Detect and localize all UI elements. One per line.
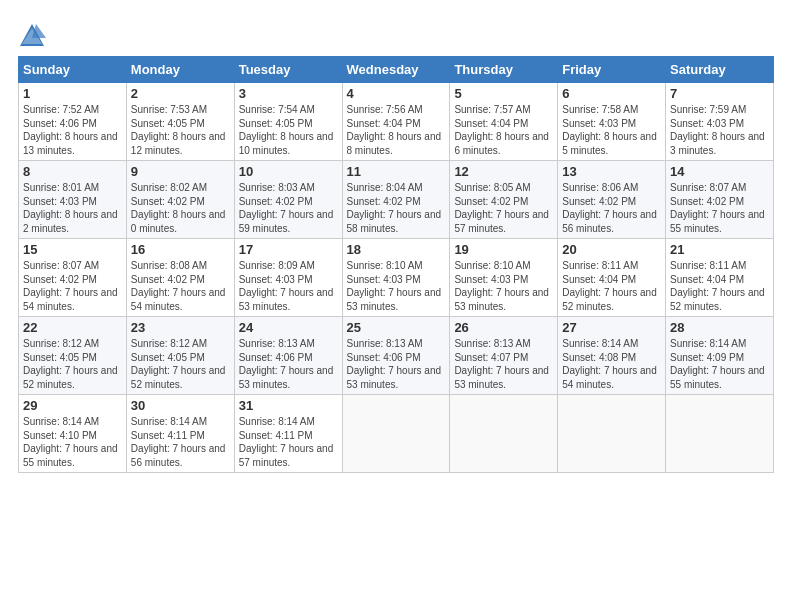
calendar-cell: 5 Sunrise: 7:57 AM Sunset: 4:04 PM Dayli… — [450, 83, 558, 161]
day-number: 9 — [131, 164, 230, 179]
calendar-week-3: 15 Sunrise: 8:07 AM Sunset: 4:02 PM Dayl… — [19, 239, 774, 317]
calendar-cell: 7 Sunrise: 7:59 AM Sunset: 4:03 PM Dayli… — [666, 83, 774, 161]
day-info: Sunrise: 8:13 AM Sunset: 4:06 PM Dayligh… — [239, 337, 338, 391]
calendar-week-2: 8 Sunrise: 8:01 AM Sunset: 4:03 PM Dayli… — [19, 161, 774, 239]
header — [18, 18, 774, 50]
day-info: Sunrise: 8:05 AM Sunset: 4:02 PM Dayligh… — [454, 181, 553, 235]
day-info: Sunrise: 8:01 AM Sunset: 4:03 PM Dayligh… — [23, 181, 122, 235]
day-info: Sunrise: 8:06 AM Sunset: 4:02 PM Dayligh… — [562, 181, 661, 235]
logo-icon — [18, 22, 46, 50]
calendar-cell: 16 Sunrise: 8:08 AM Sunset: 4:02 PM Dayl… — [126, 239, 234, 317]
day-info: Sunrise: 8:08 AM Sunset: 4:02 PM Dayligh… — [131, 259, 230, 313]
calendar-cell: 2 Sunrise: 7:53 AM Sunset: 4:05 PM Dayli… — [126, 83, 234, 161]
day-info: Sunrise: 7:53 AM Sunset: 4:05 PM Dayligh… — [131, 103, 230, 157]
day-info: Sunrise: 8:13 AM Sunset: 4:06 PM Dayligh… — [347, 337, 446, 391]
calendar-cell: 15 Sunrise: 8:07 AM Sunset: 4:02 PM Dayl… — [19, 239, 127, 317]
day-info: Sunrise: 7:57 AM Sunset: 4:04 PM Dayligh… — [454, 103, 553, 157]
day-number: 2 — [131, 86, 230, 101]
day-number: 22 — [23, 320, 122, 335]
calendar-cell — [666, 395, 774, 473]
day-number: 11 — [347, 164, 446, 179]
day-number: 8 — [23, 164, 122, 179]
day-info: Sunrise: 8:02 AM Sunset: 4:02 PM Dayligh… — [131, 181, 230, 235]
day-info: Sunrise: 7:59 AM Sunset: 4:03 PM Dayligh… — [670, 103, 769, 157]
day-number: 19 — [454, 242, 553, 257]
day-number: 21 — [670, 242, 769, 257]
day-number: 16 — [131, 242, 230, 257]
day-number: 17 — [239, 242, 338, 257]
day-info: Sunrise: 8:14 AM Sunset: 4:08 PM Dayligh… — [562, 337, 661, 391]
calendar-week-4: 22 Sunrise: 8:12 AM Sunset: 4:05 PM Dayl… — [19, 317, 774, 395]
day-info: Sunrise: 8:07 AM Sunset: 4:02 PM Dayligh… — [670, 181, 769, 235]
logo — [18, 22, 50, 50]
calendar-cell: 25 Sunrise: 8:13 AM Sunset: 4:06 PM Dayl… — [342, 317, 450, 395]
calendar-cell: 21 Sunrise: 8:11 AM Sunset: 4:04 PM Dayl… — [666, 239, 774, 317]
day-number: 29 — [23, 398, 122, 413]
weekday-header-friday: Friday — [558, 57, 666, 83]
weekday-header-row: SundayMondayTuesdayWednesdayThursdayFrid… — [19, 57, 774, 83]
weekday-header-sunday: Sunday — [19, 57, 127, 83]
calendar-cell: 9 Sunrise: 8:02 AM Sunset: 4:02 PM Dayli… — [126, 161, 234, 239]
calendar-cell: 19 Sunrise: 8:10 AM Sunset: 4:03 PM Dayl… — [450, 239, 558, 317]
calendar-cell: 1 Sunrise: 7:52 AM Sunset: 4:06 PM Dayli… — [19, 83, 127, 161]
day-number: 24 — [239, 320, 338, 335]
page: SundayMondayTuesdayWednesdayThursdayFrid… — [0, 0, 792, 483]
day-number: 27 — [562, 320, 661, 335]
day-info: Sunrise: 8:12 AM Sunset: 4:05 PM Dayligh… — [23, 337, 122, 391]
calendar-cell: 12 Sunrise: 8:05 AM Sunset: 4:02 PM Dayl… — [450, 161, 558, 239]
weekday-header-saturday: Saturday — [666, 57, 774, 83]
calendar-cell: 23 Sunrise: 8:12 AM Sunset: 4:05 PM Dayl… — [126, 317, 234, 395]
calendar-cell — [342, 395, 450, 473]
calendar-cell: 22 Sunrise: 8:12 AM Sunset: 4:05 PM Dayl… — [19, 317, 127, 395]
calendar-cell: 8 Sunrise: 8:01 AM Sunset: 4:03 PM Dayli… — [19, 161, 127, 239]
calendar-cell: 29 Sunrise: 8:14 AM Sunset: 4:10 PM Dayl… — [19, 395, 127, 473]
calendar-cell — [558, 395, 666, 473]
calendar-cell: 20 Sunrise: 8:11 AM Sunset: 4:04 PM Dayl… — [558, 239, 666, 317]
day-number: 31 — [239, 398, 338, 413]
day-info: Sunrise: 7:54 AM Sunset: 4:05 PM Dayligh… — [239, 103, 338, 157]
weekday-header-monday: Monday — [126, 57, 234, 83]
calendar-cell: 3 Sunrise: 7:54 AM Sunset: 4:05 PM Dayli… — [234, 83, 342, 161]
day-info: Sunrise: 8:14 AM Sunset: 4:09 PM Dayligh… — [670, 337, 769, 391]
day-info: Sunrise: 8:14 AM Sunset: 4:10 PM Dayligh… — [23, 415, 122, 469]
calendar-body: 1 Sunrise: 7:52 AM Sunset: 4:06 PM Dayli… — [19, 83, 774, 473]
day-number: 14 — [670, 164, 769, 179]
day-number: 7 — [670, 86, 769, 101]
calendar-cell: 30 Sunrise: 8:14 AM Sunset: 4:11 PM Dayl… — [126, 395, 234, 473]
calendar-cell: 18 Sunrise: 8:10 AM Sunset: 4:03 PM Dayl… — [342, 239, 450, 317]
day-number: 6 — [562, 86, 661, 101]
day-info: Sunrise: 7:58 AM Sunset: 4:03 PM Dayligh… — [562, 103, 661, 157]
calendar-cell: 17 Sunrise: 8:09 AM Sunset: 4:03 PM Dayl… — [234, 239, 342, 317]
calendar-cell: 6 Sunrise: 7:58 AM Sunset: 4:03 PM Dayli… — [558, 83, 666, 161]
day-info: Sunrise: 8:14 AM Sunset: 4:11 PM Dayligh… — [239, 415, 338, 469]
day-info: Sunrise: 7:52 AM Sunset: 4:06 PM Dayligh… — [23, 103, 122, 157]
day-number: 23 — [131, 320, 230, 335]
day-number: 1 — [23, 86, 122, 101]
day-number: 5 — [454, 86, 553, 101]
day-number: 28 — [670, 320, 769, 335]
calendar-cell: 24 Sunrise: 8:13 AM Sunset: 4:06 PM Dayl… — [234, 317, 342, 395]
day-number: 4 — [347, 86, 446, 101]
day-number: 10 — [239, 164, 338, 179]
day-info: Sunrise: 8:04 AM Sunset: 4:02 PM Dayligh… — [347, 181, 446, 235]
day-number: 25 — [347, 320, 446, 335]
weekday-header-wednesday: Wednesday — [342, 57, 450, 83]
weekday-header-tuesday: Tuesday — [234, 57, 342, 83]
day-number: 12 — [454, 164, 553, 179]
day-info: Sunrise: 8:12 AM Sunset: 4:05 PM Dayligh… — [131, 337, 230, 391]
day-info: Sunrise: 8:09 AM Sunset: 4:03 PM Dayligh… — [239, 259, 338, 313]
day-info: Sunrise: 7:56 AM Sunset: 4:04 PM Dayligh… — [347, 103, 446, 157]
calendar-header: SundayMondayTuesdayWednesdayThursdayFrid… — [19, 57, 774, 83]
weekday-header-thursday: Thursday — [450, 57, 558, 83]
day-number: 18 — [347, 242, 446, 257]
day-info: Sunrise: 8:13 AM Sunset: 4:07 PM Dayligh… — [454, 337, 553, 391]
day-info: Sunrise: 8:07 AM Sunset: 4:02 PM Dayligh… — [23, 259, 122, 313]
day-number: 15 — [23, 242, 122, 257]
day-info: Sunrise: 8:10 AM Sunset: 4:03 PM Dayligh… — [454, 259, 553, 313]
day-number: 13 — [562, 164, 661, 179]
calendar-cell: 31 Sunrise: 8:14 AM Sunset: 4:11 PM Dayl… — [234, 395, 342, 473]
calendar-cell: 26 Sunrise: 8:13 AM Sunset: 4:07 PM Dayl… — [450, 317, 558, 395]
calendar-cell: 14 Sunrise: 8:07 AM Sunset: 4:02 PM Dayl… — [666, 161, 774, 239]
day-info: Sunrise: 8:03 AM Sunset: 4:02 PM Dayligh… — [239, 181, 338, 235]
calendar-week-5: 29 Sunrise: 8:14 AM Sunset: 4:10 PM Dayl… — [19, 395, 774, 473]
